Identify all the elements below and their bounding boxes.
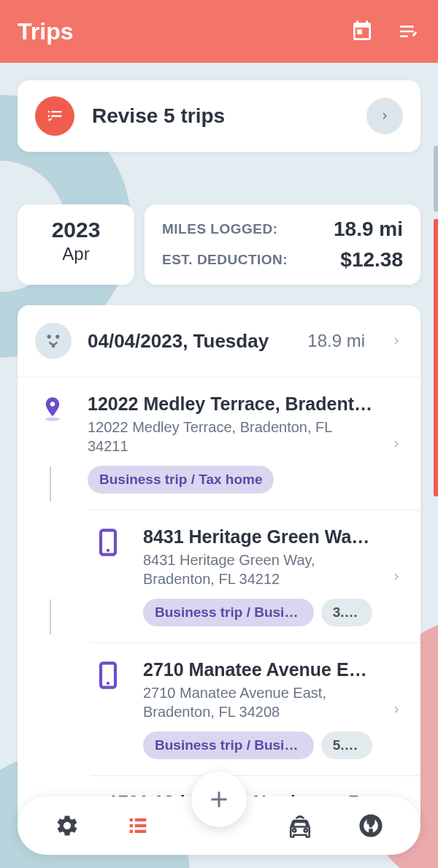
scroll-indicator xyxy=(434,219,438,496)
svg-point-9 xyxy=(369,829,372,831)
chevron-right-icon xyxy=(390,437,403,450)
list-icon xyxy=(126,813,150,838)
period-selector[interactable]: 2023 Apr xyxy=(18,204,134,285)
trip-miles-tag: 5.2 mi xyxy=(321,731,372,759)
stats-card: MILES LOGGED: 18.9 mi EST. DEDUCTION: $1… xyxy=(145,204,420,285)
help-icon xyxy=(358,813,383,838)
svg-point-0 xyxy=(47,335,51,339)
trip-category-tag: Business trip / Business mee… xyxy=(143,731,314,759)
revise-trips-card[interactable]: Revise 5 trips xyxy=(18,80,420,152)
deduction-value: $12.38 xyxy=(340,248,403,272)
nav-settings[interactable] xyxy=(51,810,83,842)
miles-logged-value: 18.9 mi xyxy=(334,218,403,241)
trips-list: 04/04/2023, Tuesday 18.9 mi 12022 Medley… xyxy=(18,305,420,829)
trip-miles-tag: 3.3 mi xyxy=(321,599,372,626)
trip-item[interactable]: 2710 Manatee Avenue East, Bra… 2710 Mana… xyxy=(91,642,420,775)
day-date: 04/04/2023, Tuesday xyxy=(88,330,291,353)
period-year: 2023 xyxy=(38,218,114,242)
svg-point-2 xyxy=(52,345,55,348)
location-pin-icon xyxy=(36,393,69,426)
day-miles: 18.9 mi xyxy=(307,331,365,351)
nav-trips[interactable] xyxy=(122,810,154,842)
chevron-right-icon xyxy=(390,334,403,347)
trip-title: 12022 Medley Terrace, Bradent… xyxy=(88,393,372,415)
trip-title: 8431 Heritage Green Way, Brad… xyxy=(143,526,372,548)
taxi-icon xyxy=(288,813,312,838)
svg-point-7 xyxy=(107,682,110,685)
trip-address: 2710 Manatee Avenue East, Bradenton, FL … xyxy=(143,683,372,721)
trip-address: 8431 Heritage Green Way, Bradenton, FL 3… xyxy=(143,550,372,588)
trip-category-tag: Business trip / Business mee… xyxy=(143,599,314,626)
gear-icon xyxy=(55,813,80,838)
trip-item[interactable]: 12022 Medley Terrace, Bradent… 12022 Med… xyxy=(18,377,420,510)
svg-point-5 xyxy=(107,549,110,552)
page-title: Trips xyxy=(18,18,73,45)
trip-category-tag: Business trip / Tax home xyxy=(88,466,274,493)
deduction-label: EST. DEDUCTION: xyxy=(162,252,288,268)
trip-title: 2710 Manatee Avenue East, Bra… xyxy=(143,659,372,680)
phone-icon xyxy=(92,659,124,691)
scrollbar[interactable] xyxy=(434,146,438,212)
miles-logged-label: MILES LOGGED: xyxy=(162,221,278,237)
route-icon xyxy=(35,323,72,359)
svg-point-3 xyxy=(45,418,60,421)
phone-icon xyxy=(92,526,124,558)
nav-help[interactable] xyxy=(355,810,387,842)
nav-vehicle[interactable] xyxy=(284,810,316,842)
plus-icon xyxy=(206,786,232,813)
trip-item[interactable]: 8431 Heritage Green Way, Brad… 8431 Heri… xyxy=(91,510,420,642)
trip-address: 12022 Medley Terrace, Bradenton, FL 3421… xyxy=(88,418,372,456)
add-button[interactable] xyxy=(191,772,247,827)
chevron-right-icon xyxy=(390,570,403,583)
app-header: Trips xyxy=(0,0,438,63)
period-month: Apr xyxy=(38,244,114,264)
revise-label: Revise 5 trips xyxy=(92,104,349,128)
calendar-icon[interactable] xyxy=(350,20,374,43)
day-header[interactable]: 04/04/2023, Tuesday 18.9 mi xyxy=(18,305,420,377)
chevron-right-icon xyxy=(390,703,403,716)
svg-point-1 xyxy=(55,335,59,339)
chevron-right-icon xyxy=(366,98,403,134)
edit-list-icon[interactable] xyxy=(397,20,420,43)
revise-icon xyxy=(35,96,74,136)
